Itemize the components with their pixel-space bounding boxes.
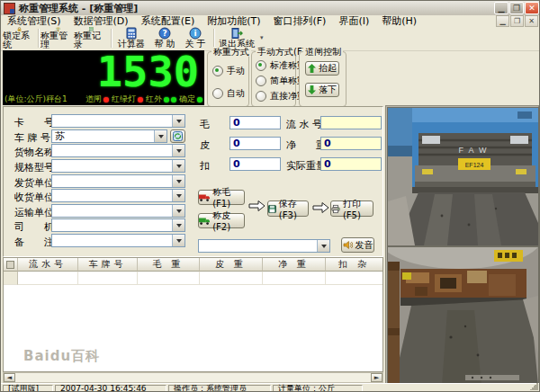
red-truck-icon <box>199 193 210 202</box>
radio-auto-icon <box>212 88 223 99</box>
radio-auto[interactable]: 自动 <box>212 87 245 100</box>
actual-weight-field: 0 <box>320 157 382 171</box>
infrared-status-dot-1 <box>164 97 169 102</box>
status-edition: [试用版] <box>3 385 53 392</box>
transporter-combobox[interactable] <box>51 204 185 218</box>
save-floppy-icon <box>268 204 276 214</box>
help-icon: ? <box>158 27 171 40</box>
menu-data[interactable]: 数据管理(D) <box>68 15 135 27</box>
resize-grip[interactable] <box>530 382 538 390</box>
radio-manual[interactable]: 手动 <box>212 65 245 77</box>
radio-standard-icon <box>256 60 266 71</box>
mdi-minimize-button[interactable]: ▁ <box>496 15 509 27</box>
indicator-infrared: 红外 <box>146 94 176 105</box>
weigh-gross-button[interactable]: 称毛(F1) <box>198 190 245 205</box>
chevron-down-icon[interactable] <box>172 205 184 217</box>
led-status-strip: (单位:公斤)秤台1 道闸 红绿灯 红外 确定 <box>3 94 204 105</box>
lock-system-button[interactable]: 锁定系统 <box>3 27 36 49</box>
menu-addons[interactable]: 附加功能(T) <box>201 15 266 27</box>
gate-lower-button[interactable]: 落下 <box>305 83 339 97</box>
chevron-down-icon[interactable] <box>172 235 184 246</box>
voice-text-combobox[interactable] <box>198 239 330 253</box>
close-button[interactable]: ✕ <box>525 2 539 14</box>
card-no-combobox[interactable] <box>51 114 185 128</box>
chevron-down-icon[interactable] <box>172 190 184 201</box>
col-tare[interactable]: 皮 重 <box>200 258 263 272</box>
arrow-up-icon <box>308 64 316 73</box>
cargo-name-combobox[interactable] <box>51 144 185 157</box>
scroll-right-button[interactable]: ► <box>371 373 382 382</box>
camera-view-rear <box>387 246 539 387</box>
radio-simple-icon <box>256 76 266 86</box>
col-plate-no[interactable]: 车牌号 <box>78 258 138 272</box>
weigh-mode-group: 称重方式 手动 自动 <box>207 51 249 107</box>
transporter-label: 运输单位 <box>14 206 54 219</box>
gate-control-group: 道闸控制 抬起 落下 <box>299 51 346 107</box>
driver-label: 司 机 <box>14 220 54 234</box>
speaker-icon <box>343 240 353 250</box>
svg-text:?: ? <box>162 29 166 38</box>
manual-mode-group: 手动方式(F7) 标准称重 简单称重 直接净重 <box>251 51 296 107</box>
remark-combobox[interactable] <box>51 234 185 247</box>
save-button[interactable]: 保存(F3) <box>267 200 309 217</box>
col-deduction[interactable]: 扣 杂 <box>326 258 382 272</box>
flow-arrow-icon <box>312 201 329 214</box>
calculator-icon <box>125 27 138 40</box>
toolbar-overflow-icon[interactable]: ▾ <box>260 34 264 41</box>
speak-button[interactable]: 发音 <box>341 237 374 253</box>
arrow-down-icon <box>308 85 316 94</box>
chevron-down-icon[interactable] <box>172 160 184 172</box>
col-gross[interactable]: 毛 重 <box>138 258 200 272</box>
scroll-left-button[interactable]: ◄ <box>4 373 15 382</box>
spec-model-label: 规格型号 <box>14 161 54 174</box>
watermark: Baidu百科 <box>23 348 100 365</box>
records-table: 流水号 车牌号 毛 重 皮 重 净 重 扣 杂 Baidu百科 <box>3 257 383 372</box>
shipper-label: 发货单位 <box>14 176 54 190</box>
app-icon <box>4 3 15 14</box>
horizontal-scrollbar[interactable]: ◄ ► <box>3 372 383 383</box>
weigh-manage-button[interactable]: 称重管理 <box>40 27 75 49</box>
spec-model-combobox[interactable] <box>51 159 185 173</box>
mdi-close-button[interactable]: ✕ <box>525 15 538 27</box>
printer-icon <box>331 204 340 214</box>
chevron-down-icon[interactable] <box>317 240 329 252</box>
col-net[interactable]: 净 重 <box>263 258 326 272</box>
chevron-down-icon[interactable] <box>172 175 184 187</box>
radio-manual-icon <box>212 66 223 76</box>
gate-raise-button[interactable]: 抬起 <box>305 61 339 76</box>
menu-help[interactable]: 帮助(H) <box>375 15 423 27</box>
table-row[interactable] <box>4 272 382 285</box>
menu-config[interactable]: 系统配置(E) <box>135 15 202 27</box>
chevron-down-icon[interactable] <box>172 145 184 156</box>
remark-label: 备 注 <box>14 236 54 249</box>
print-button[interactable]: 打印(F5) <box>330 200 374 217</box>
menu-windows[interactable]: 窗口排列(F) <box>267 15 333 27</box>
about-icon: i <box>189 27 202 40</box>
flow-arrow-icon <box>248 200 266 212</box>
plate-lookup-button[interactable] <box>170 129 185 143</box>
gross-weight-input[interactable]: 0 <box>230 116 281 129</box>
led-display: 1530 <box>3 50 204 94</box>
restore-button[interactable]: ❐ <box>509 2 524 14</box>
col-serial-no[interactable]: 流水号 <box>18 258 78 272</box>
deduction-input[interactable]: 0 <box>230 157 281 171</box>
menu-system[interactable]: 系统管理(S) <box>1 15 68 27</box>
menu-interface[interactable]: 界面(I) <box>332 15 375 27</box>
serial-no-label: 流 水 号 <box>286 118 322 131</box>
green-truck-icon <box>199 217 210 226</box>
chevron-down-icon[interactable] <box>172 115 184 127</box>
tare-weight-input[interactable]: 0 <box>230 137 281 150</box>
indicator-confirm: 确定 <box>179 94 202 105</box>
plate-no-combobox[interactable]: 苏 <box>51 129 167 143</box>
minimize-button[interactable]: ▁ <box>494 2 508 14</box>
chevron-down-icon[interactable] <box>154 130 166 142</box>
selector-icon <box>6 261 14 269</box>
mdi-restore-button[interactable]: ❐ <box>510 15 524 27</box>
shipper-combobox[interactable] <box>51 174 185 188</box>
indicator-trafficlight: 红绿灯 <box>112 94 143 105</box>
weigh-tare-button[interactable]: 称皮(F2) <box>198 213 245 228</box>
receiver-combobox[interactable] <box>51 189 185 202</box>
window-title: 称重管理系统 - [称重管理] <box>19 2 138 15</box>
chevron-down-icon[interactable] <box>172 219 184 231</box>
driver-combobox[interactable] <box>51 218 185 232</box>
